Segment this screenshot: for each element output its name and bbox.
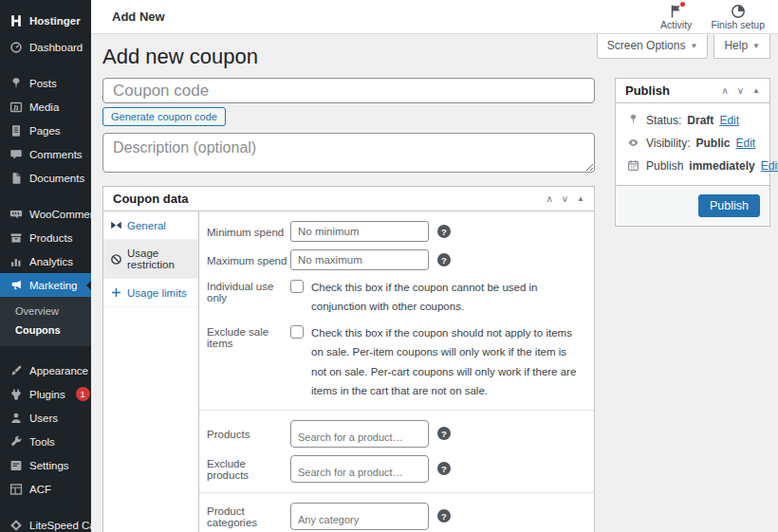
sidebar-item-tools[interactable]: Tools (0, 430, 91, 453)
pushpin-icon (9, 76, 23, 90)
sidebar-item-hostinger[interactable]: Hostinger (0, 8, 91, 35)
hostinger-logo-icon (9, 13, 23, 28)
sidebar-subitem-overview[interactable]: Overview (0, 302, 91, 321)
megaphone-icon (9, 278, 23, 292)
field-label: Individual use only (207, 278, 290, 303)
tab-usage-limits[interactable]: Usage limits (103, 279, 198, 307)
wp-admin-window: Hostinger Dashboard Posts Media Pages (0, 0, 778, 532)
tab-usage-restriction[interactable]: Usage restriction (103, 240, 198, 279)
activity-label: Activity (660, 19, 692, 30)
edit-visibility-link[interactable]: Edit (735, 137, 755, 150)
help-icon[interactable]: ? (437, 253, 451, 266)
maximum-spend-row: Maximum spend ? (199, 246, 594, 274)
pages-icon (9, 123, 23, 138)
products-search-input[interactable] (290, 420, 429, 448)
sidebar-item-label: Dashboard (29, 42, 83, 53)
tab-label: Usage restriction (127, 248, 194, 270)
tab-label: General (127, 220, 166, 231)
publish-time-value: immediately (689, 159, 754, 173)
coupon-code-input[interactable] (102, 78, 595, 103)
admin-sidebar: Hostinger Dashboard Posts Media Pages (0, 0, 91, 532)
sidebar-item-acf[interactable]: ACF (0, 477, 91, 501)
move-up-icon[interactable]: ∧ (546, 194, 552, 204)
sidebar-item-marketing[interactable]: Marketing (0, 273, 91, 297)
publish-panel: Publish ∧ ∨ ▲ (615, 78, 770, 227)
coupon-data-header[interactable]: Coupon data ∧ ∨ ▲ (103, 187, 594, 211)
topbar-add-new[interactable]: Add New (112, 9, 165, 24)
exclude-sale-items-checkbox[interactable] (290, 325, 304, 339)
sidebar-item-label: Media (29, 101, 59, 113)
sidebar-item-plugins[interactable]: Plugins 1 (0, 382, 91, 406)
field-label: Exclude sale items (207, 323, 290, 349)
exclude-products-search-input[interactable] (290, 455, 429, 483)
sidebar-item-label: Documents (29, 173, 84, 184)
sidebar-item-label: ACF (29, 484, 51, 495)
finish-setup-button[interactable]: Finish setup (711, 4, 765, 30)
sidebar-subitem-coupons[interactable]: Coupons (0, 321, 91, 339)
screen-options-label: Screen Options (607, 39, 686, 52)
edit-status-link[interactable]: Edit (719, 114, 739, 127)
sidebar-item-comments[interactable]: Comments (0, 142, 91, 166)
edit-publish-time-link[interactable]: Edit (761, 159, 778, 173)
publish-footer: Publish (616, 185, 769, 226)
usage-restriction-fields: Minimum spend ? Maximum spend (199, 211, 594, 532)
schedule-row: Publish immediately Edit (616, 155, 769, 177)
user-icon (9, 411, 23, 425)
sidebar-item-label: Plugins (29, 389, 65, 400)
sidebar-item-documents[interactable]: Documents (0, 166, 91, 190)
collapse-toggle-icon[interactable]: ▲ (577, 194, 584, 203)
media-icon (9, 100, 23, 114)
individual-use-checkbox[interactable] (290, 280, 304, 293)
publish-column: Publish ∧ ∨ ▲ (615, 78, 770, 227)
move-up-icon[interactable]: ∧ (721, 86, 728, 96)
help-icon[interactable]: ? (437, 225, 451, 238)
sidebar-item-dashboard[interactable]: Dashboard (0, 35, 91, 59)
collapse-toggle-icon[interactable]: ▲ (752, 86, 760, 95)
activity-button[interactable]: Activity (660, 4, 692, 30)
plugins-update-badge: 1 (76, 387, 90, 401)
sidebar-item-products[interactable]: Products (0, 226, 91, 249)
product-categories-input[interactable] (290, 503, 429, 530)
publish-button[interactable]: Publish (698, 194, 760, 217)
help-icon[interactable]: ? (437, 509, 451, 523)
tab-general[interactable]: General (103, 211, 198, 240)
sidebar-item-users[interactable]: Users (0, 406, 91, 430)
sidebar-item-appearance[interactable]: Appearance (0, 358, 91, 382)
document-icon (9, 171, 23, 185)
tab-label: Usage limits (127, 287, 187, 299)
generate-coupon-code-button[interactable]: Generate coupon code (102, 107, 226, 126)
sidebar-item-settings[interactable]: Settings (0, 453, 91, 477)
screen-options-button[interactable]: Screen Options ▼ (597, 34, 709, 59)
clock-progress-icon (731, 4, 746, 18)
minimum-spend-input[interactable] (290, 221, 429, 242)
sidebar-item-posts[interactable]: Posts (0, 71, 91, 95)
move-down-icon[interactable]: ∨ (737, 86, 744, 96)
description-textarea[interactable] (102, 133, 595, 173)
maximum-spend-input[interactable] (290, 249, 429, 270)
sidebar-item-label: Hostinger (29, 15, 81, 27)
publish-header[interactable]: Publish ∧ ∨ ▲ (616, 79, 769, 103)
finish-setup-label: Finish setup (711, 19, 765, 30)
products-row: Products ? (199, 416, 594, 451)
settings-icon (9, 458, 23, 472)
page-content: Screen Options ▼ Help ▼ Add new coupon G… (91, 34, 778, 532)
sidebar-item-media[interactable]: Media (0, 95, 91, 119)
help-icon[interactable]: ? (437, 427, 451, 440)
sidebar-item-analytics[interactable]: Analytics (0, 249, 91, 273)
sidebar-item-woocommerce[interactable]: WooCommerce (0, 202, 91, 226)
panel-controls: ∧ ∨ ▲ (546, 194, 584, 204)
field-label: Products (207, 428, 290, 440)
help-button[interactable]: Help ▼ (713, 34, 770, 59)
dashboard-icon (9, 40, 23, 54)
plus-icon (110, 286, 122, 299)
panel-controls: ∧ ∨ ▲ (721, 86, 760, 96)
status-pin-icon (627, 114, 640, 127)
litespeed-diamond-icon (9, 518, 23, 532)
visibility-value: Public (695, 137, 730, 150)
circle-slash-icon (110, 253, 122, 266)
sidebar-item-litespeed-cache[interactable]: LiteSpeed Cache (0, 513, 91, 532)
sidebar-item-pages[interactable]: Pages (0, 119, 91, 142)
move-down-icon[interactable]: ∨ (562, 194, 568, 204)
help-icon[interactable]: ? (437, 462, 451, 475)
chevron-down-icon: ▼ (690, 42, 697, 50)
